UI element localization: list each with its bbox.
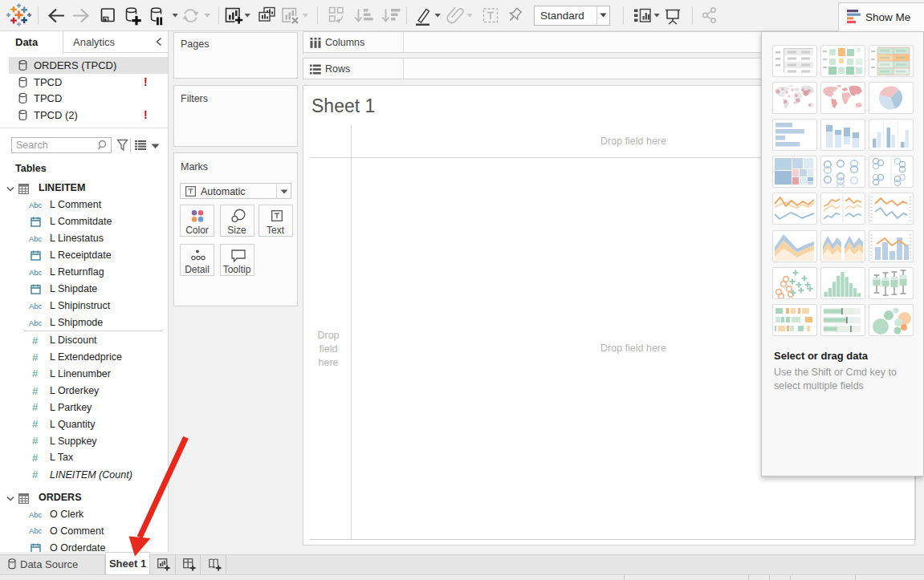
svg-text:Standard: Standard <box>540 10 584 22</box>
